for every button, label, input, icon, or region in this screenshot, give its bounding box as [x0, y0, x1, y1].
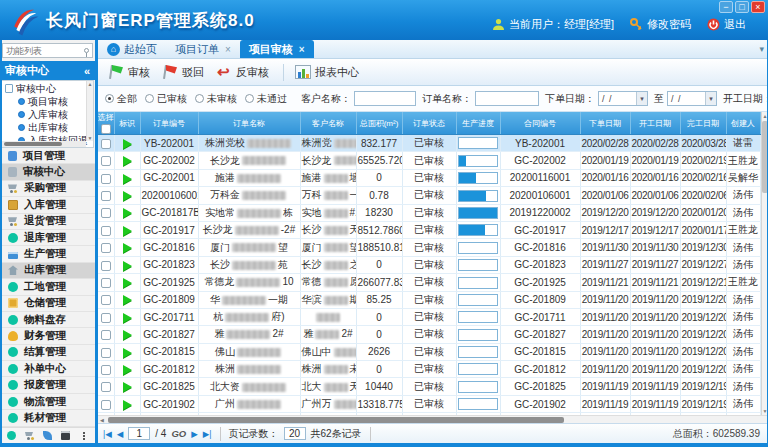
table-row[interactable]: 20200106001 万科金 万科一期 0.78 已审核 2020010600…	[98, 187, 760, 204]
tab[interactable]: 项目审核 ×	[240, 40, 314, 58]
minimize-button[interactable]: −	[719, 1, 733, 13]
page-size-input[interactable]	[284, 427, 306, 440]
column-header[interactable]: 选择	[98, 112, 114, 135]
radio-icon[interactable]	[145, 94, 154, 103]
first-page-button[interactable]: |◀	[103, 429, 112, 439]
sidebar-item[interactable]: 耗材管理	[0, 410, 95, 426]
tree-horizontal-scrollbar[interactable]	[2, 141, 86, 147]
sidebar-item[interactable]: 项目管理	[0, 148, 95, 164]
table-row[interactable]: GC-201816 厦门望 厦门望 188510.818 已审核 GC-2018…	[98, 239, 760, 256]
table-row[interactable]: GC-201815 佛山 佛山中库 2626 已审核 GC-201815 201…	[98, 343, 760, 360]
scrollbar-thumb[interactable]	[4, 142, 62, 146]
scroll-left-icon[interactable]: ◀	[98, 416, 106, 424]
row-checkbox[interactable]	[101, 365, 111, 375]
row-checkbox[interactable]	[101, 278, 111, 288]
row-checkbox[interactable]	[101, 139, 111, 149]
table-row[interactable]: GC-201902 广州 广州万森林 13318.775 已审核 GC-2019…	[98, 395, 760, 412]
sidebar-item[interactable]: 财务管理	[0, 328, 95, 344]
sidebar-item[interactable]: 物流管理	[0, 394, 95, 410]
tab[interactable]: ⌂ 起始页	[98, 40, 166, 58]
row-checkbox[interactable]	[101, 208, 111, 218]
table-row[interactable]: GC-201825 北大资 北大天.. 10440 已审核 GC-201825 …	[98, 378, 760, 395]
table-row[interactable]: GC-201925 常德龙10 常德原.. 266077.835.. 已审核 G…	[98, 274, 760, 291]
sidebar-footer-icon[interactable]	[25, 431, 34, 440]
tab[interactable]: 项目订单 ×	[166, 40, 240, 58]
select-all-checkbox[interactable]	[101, 124, 111, 134]
pin-icon[interactable]	[84, 48, 89, 53]
column-header[interactable]: 完工日期	[680, 112, 726, 135]
table-row[interactable]: GC-201823 长沙苑 长沙之.. 0 已审核 GC-201823 2019…	[98, 256, 760, 273]
column-header[interactable]: 下单日期	[580, 112, 630, 135]
row-checkbox[interactable]	[101, 174, 111, 184]
table-row[interactable]: GC-202002 长沙龙 长沙龙 65525.7200.. 已审核 GC-20…	[98, 152, 760, 169]
last-page-button[interactable]: ▶|	[203, 429, 212, 439]
tree-vertical-scrollbar[interactable]: ▲ ▼	[86, 81, 93, 141]
table-row[interactable]: GC-201809 华一期 华滨期 85.25 已审核 GC-201809 20…	[98, 291, 760, 308]
collapse-icon[interactable]: «	[84, 65, 90, 77]
logout-button[interactable]: 退出	[707, 17, 746, 32]
table-row[interactable]: GC-201711 杭府) 0 已审核 GC-201711 2019/11/20…	[98, 308, 760, 325]
close-window-button[interactable]: ×	[751, 1, 765, 13]
row-checkbox[interactable]	[101, 313, 111, 323]
column-header[interactable]: 创建人	[726, 112, 760, 135]
row-checkbox[interactable]	[101, 295, 111, 305]
column-header[interactable]: 生产进度	[456, 112, 500, 135]
page-number-input[interactable]	[128, 427, 150, 440]
prev-page-button[interactable]: ◀	[117, 429, 124, 439]
column-header[interactable]: 客户名称	[300, 112, 356, 135]
order-name-input[interactable]	[475, 91, 539, 106]
column-header[interactable]: 标识	[114, 112, 140, 135]
sidebar-item[interactable]: 工地管理	[0, 279, 95, 295]
sidebar-footer-icon[interactable]	[61, 431, 70, 440]
sidebar-item[interactable]: 采购管理	[0, 181, 95, 197]
sidebar-item[interactable]: 生产管理	[0, 246, 95, 262]
row-checkbox[interactable]	[101, 261, 111, 271]
row-checkbox[interactable]	[101, 400, 111, 410]
maximize-button[interactable]: □	[735, 1, 749, 13]
row-checkbox[interactable]	[101, 191, 111, 201]
go-button[interactable]: GO	[171, 428, 186, 439]
customer-name-input[interactable]	[354, 91, 416, 106]
sidebar-footer-icon[interactable]	[79, 431, 88, 440]
table-row[interactable]: GC-201812 株洲 株洲未来 0 已审核 GC-201812 2019/1…	[98, 361, 760, 378]
column-header[interactable]: 开工日期	[630, 112, 680, 135]
row-checkbox[interactable]	[101, 382, 111, 392]
sidebar-item[interactable]: 物料盘存	[0, 312, 95, 328]
sidebar-item[interactable]: 审核中心	[0, 164, 95, 180]
tree-item[interactable]: 入库审核	[5, 108, 85, 121]
table-row[interactable]: GC-201817B 实地常栋 实地#.. 18230 已审核 20191220…	[98, 204, 760, 221]
sidebar-item[interactable]: 出库管理	[0, 263, 95, 279]
sidebar-item[interactable]: 退库管理	[0, 230, 95, 246]
column-header[interactable]: 订单状态	[402, 112, 456, 135]
close-tab-icon[interactable]: ×	[299, 44, 305, 55]
dropdown-icon[interactable]: ▾	[705, 92, 716, 105]
row-checkbox[interactable]	[101, 330, 111, 340]
order-date-to-input[interactable]: / / ▾	[667, 91, 717, 106]
scroll-up-icon[interactable]: ▲	[88, 81, 93, 87]
status-filter-radio[interactable]: 未审核	[195, 92, 237, 106]
toolbar-button[interactable]: 审核	[104, 62, 158, 82]
radio-icon[interactable]	[245, 94, 254, 103]
row-checkbox[interactable]	[101, 156, 111, 166]
tree-item[interactable]: 项目审核	[5, 95, 85, 108]
column-header[interactable]: 订单编号	[140, 112, 198, 135]
sidebar-item[interactable]: 入库管理	[0, 197, 95, 213]
radio-icon[interactable]	[105, 94, 114, 103]
radio-icon[interactable]	[195, 94, 204, 103]
scrollbar-thumb[interactable]	[108, 417, 564, 423]
toolbar-button[interactable]: 报表中心	[277, 62, 367, 83]
tree-root[interactable]: 审核中心	[5, 82, 85, 95]
row-checkbox[interactable]	[101, 348, 111, 358]
table-row[interactable]: GC-202001 施港 施港墙 0 已审核 20200116001 2020/…	[98, 169, 760, 186]
sidebar-item[interactable]: 补单中心	[0, 361, 95, 377]
sidebar-item[interactable]: 结算管理	[0, 345, 95, 361]
scroll-down-icon[interactable]: ▼	[88, 135, 93, 141]
row-checkbox[interactable]	[101, 226, 111, 236]
table-row[interactable]: YB-202001 株洲党校 株洲党员.. 832.177 已审核 YB-202…	[98, 135, 760, 152]
next-page-button[interactable]: ▶	[191, 429, 198, 439]
order-date-from-input[interactable]: / / ▾	[598, 91, 648, 106]
column-header[interactable]: 合同编号	[500, 112, 580, 135]
table-row[interactable]: GC-201917 长沙龙-2# 长沙天.. 8512.78600.. 已审核 …	[98, 221, 760, 238]
sidebar-footer-icon[interactable]	[43, 431, 52, 440]
column-header[interactable]: 总面积(m²)	[356, 112, 402, 135]
